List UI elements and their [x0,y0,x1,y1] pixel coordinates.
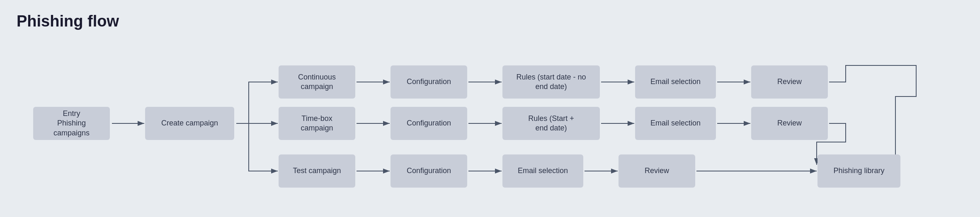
node-config-mid: Configuration [391,107,467,140]
node-continuous-campaign: Continuous campaign [279,65,355,99]
node-review-mid: Review [751,107,828,140]
node-timebox-campaign: Time-box campaign [279,107,355,140]
node-review-bot: Review [619,154,695,188]
node-config-bot: Configuration [391,154,467,188]
node-phishing-library: Phishing library [817,154,900,188]
node-email-top: Email selection [635,65,716,99]
node-test-campaign: Test campaign [279,154,355,188]
page-title: Phishing flow [17,12,963,30]
node-create-campaign: Create campaign [145,107,234,140]
node-email-mid: Email selection [635,107,716,140]
page: Phishing flow [0,0,980,217]
node-email-bot: Email selection [502,154,583,188]
node-rules-top: Rules (start date - no end date) [502,65,600,99]
node-config-top: Configuration [391,65,467,99]
node-entry: Entry Phishing campaigns [33,107,110,140]
flow-container: Entry Phishing campaigns Create campaign… [17,43,963,217]
node-rules-mid: Rules (Start + end date) [502,107,600,140]
node-review-top: Review [751,65,828,99]
